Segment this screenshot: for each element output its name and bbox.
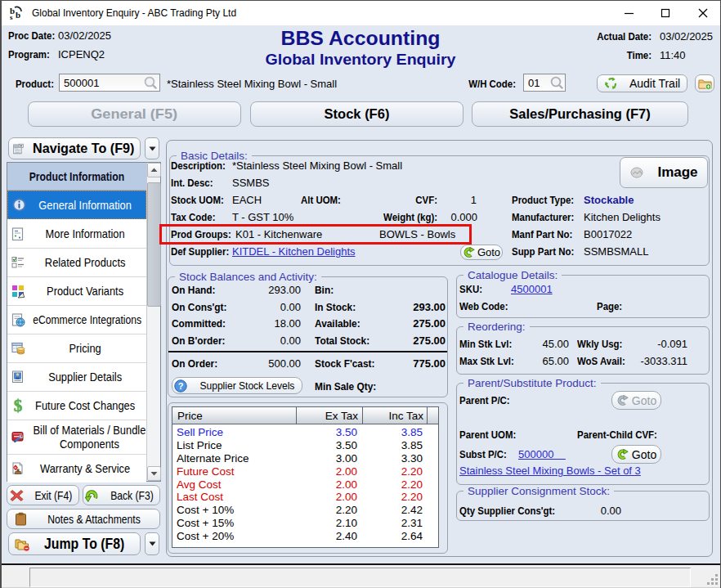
svg-text:?: ?	[178, 381, 184, 391]
svg-text:b: b	[16, 10, 20, 20]
svg-text:s: s	[10, 13, 13, 20]
